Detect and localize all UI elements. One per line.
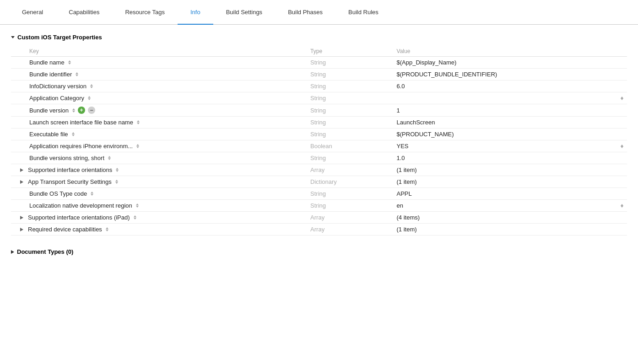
- row-key-cell: InfoDictionary version: [11, 80, 307, 92]
- table-row[interactable]: Bundle OS Type codeStringAPPL: [11, 188, 627, 200]
- stepper-up-icon: [136, 144, 139, 146]
- stepper-down-icon: [115, 182, 118, 184]
- row-stepper[interactable]: [88, 96, 91, 100]
- row-stepper[interactable]: [106, 227, 108, 231]
- section-collapse-triangle[interactable]: [11, 36, 15, 38]
- row-stepper[interactable]: [68, 60, 71, 64]
- table-row[interactable]: Bundle versions string, shortString1.0: [11, 152, 627, 164]
- row-key-text: Supported interface orientations (iPad): [28, 214, 130, 221]
- table-row[interactable]: Supported interface orientations (iPad)A…: [11, 212, 627, 224]
- table-row[interactable]: Application requires iPhone environm...B…: [11, 140, 627, 152]
- table-row[interactable]: Bundle version+−String1: [11, 104, 627, 117]
- stepper-up-icon: [91, 192, 93, 193]
- stepper-down-icon: [136, 206, 139, 208]
- table-row[interactable]: Supported interface orientationsArray(1 …: [11, 164, 627, 176]
- row-key-cell: Bundle OS Type code: [11, 188, 307, 200]
- row-value-text: $(App_Display_Name): [397, 59, 623, 66]
- table-row[interactable]: Localization native development regionSt…: [11, 200, 627, 212]
- stepper-up-icon: [88, 96, 91, 98]
- row-expand-triangle[interactable]: [20, 228, 23, 231]
- row-value-cell: $(PRODUCT_BUNDLE_IDENTIFIER): [393, 69, 627, 80]
- row-stepper[interactable]: [72, 108, 75, 112]
- value-stepper[interactable]: [621, 96, 623, 100]
- table-row[interactable]: Launch screen interface file base nameSt…: [11, 117, 627, 128]
- tab-general[interactable]: General: [9, 0, 56, 25]
- table-row[interactable]: Application CategoryString: [11, 92, 627, 104]
- row-value-text: APPL: [397, 190, 623, 197]
- table-row[interactable]: App Transport Security SettingsDictionar…: [11, 176, 627, 188]
- row-value-cell[interactable]: [393, 92, 627, 104]
- row-stepper[interactable]: [136, 144, 139, 148]
- row-stepper[interactable]: [116, 168, 119, 172]
- row-type-cell: String: [307, 80, 393, 92]
- stepper-down-icon: [76, 75, 78, 76]
- row-expand-triangle[interactable]: [20, 168, 23, 172]
- row-stepper[interactable]: [115, 180, 118, 184]
- doc-section-triangle[interactable]: [11, 250, 14, 254]
- row-key-text: App Transport Security Settings: [28, 178, 112, 185]
- add-row-button[interactable]: +: [78, 107, 85, 114]
- row-key-cell: Launch screen interface file base name: [11, 117, 307, 128]
- row-key-text: Supported interface orientations: [28, 166, 112, 173]
- row-expand-triangle[interactable]: [20, 216, 23, 219]
- document-types-title: Document Types (0): [17, 248, 73, 255]
- stepper-up-icon: [76, 72, 78, 74]
- tab-build-phases[interactable]: Build Phases: [275, 0, 335, 25]
- row-stepper[interactable]: [108, 156, 111, 160]
- row-stepper[interactable]: [76, 72, 78, 76]
- stepper-up-icon: [72, 132, 75, 134]
- tab-build-rules[interactable]: Build Rules: [335, 0, 391, 25]
- col-header-key: Key: [11, 46, 307, 57]
- stepper-down-icon: [134, 218, 136, 219]
- row-type-cell: Array: [307, 212, 393, 224]
- row-stepper[interactable]: [91, 192, 93, 196]
- row-key-cell: Executable file: [11, 128, 307, 140]
- row-value-cell[interactable]: YES: [393, 140, 627, 152]
- row-stepper[interactable]: [90, 84, 93, 88]
- tab-build-settings[interactable]: Build Settings: [213, 0, 276, 25]
- row-stepper[interactable]: [134, 215, 136, 219]
- row-stepper[interactable]: [136, 203, 139, 208]
- table-row[interactable]: Bundle nameString$(App_Display_Name): [11, 57, 627, 69]
- tab-info[interactable]: Info: [178, 0, 213, 25]
- row-value-text: LaunchScreen: [397, 119, 623, 126]
- row-type-cell: String: [307, 200, 393, 212]
- value-stepper-down-icon: [621, 146, 623, 148]
- row-stepper[interactable]: [137, 120, 140, 124]
- remove-row-button[interactable]: −: [88, 107, 95, 114]
- row-expand-triangle[interactable]: [20, 180, 23, 184]
- row-type-cell: Boolean: [307, 140, 393, 152]
- row-value-text: en: [397, 202, 619, 209]
- row-key-cell: Application requires iPhone environm...: [11, 140, 307, 152]
- row-key-cell: Supported interface orientations (iPad): [11, 212, 307, 224]
- table-row[interactable]: Bundle identifierString$(PRODUCT_BUNDLE_…: [11, 69, 627, 80]
- stepper-up-icon: [137, 120, 140, 122]
- row-value-cell: 1: [393, 104, 627, 117]
- properties-table: Key Type Value Bundle nameString$(App_Di…: [11, 46, 627, 236]
- row-value-text: 6.0: [397, 83, 623, 90]
- table-row[interactable]: InfoDictionary versionString6.0: [11, 80, 627, 92]
- value-stepper[interactable]: [621, 145, 623, 148]
- row-key-text: InfoDictionary version: [29, 83, 87, 90]
- row-value-cell[interactable]: en: [393, 200, 627, 212]
- value-stepper[interactable]: [621, 204, 623, 208]
- row-key-cell: Application Category: [11, 92, 307, 104]
- tab-resource-tags[interactable]: Resource Tags: [112, 0, 177, 25]
- row-stepper[interactable]: [72, 132, 75, 136]
- tab-capabilities[interactable]: Capabilities: [56, 0, 112, 25]
- stepper-up-icon: [68, 60, 71, 62]
- row-value-text: (1 item): [397, 226, 623, 233]
- stepper-down-icon: [108, 158, 111, 160]
- row-key-text: Application requires iPhone environm...: [29, 143, 133, 150]
- row-value-text: YES: [397, 143, 619, 150]
- row-value-cell: $(PRODUCT_NAME): [393, 128, 627, 140]
- table-row[interactable]: Executable fileString$(PRODUCT_NAME): [11, 128, 627, 140]
- stepper-down-icon: [68, 63, 71, 64]
- stepper-down-icon: [72, 111, 75, 112]
- row-value-cell: 6.0: [393, 80, 627, 92]
- col-header-type: Type: [307, 46, 393, 57]
- table-row[interactable]: Required device capabilitiesArray(1 item…: [11, 224, 627, 236]
- row-key-cell: Supported interface orientations: [11, 164, 307, 176]
- row-key-cell: Bundle version+−: [11, 104, 307, 117]
- section-header: Custom iOS Target Properties: [11, 32, 627, 43]
